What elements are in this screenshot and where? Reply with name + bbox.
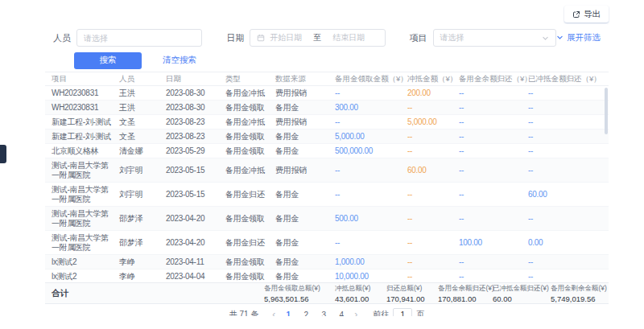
person-select-input[interactable] [76,29,202,47]
table-cell: -- [459,144,528,158]
table-header-row: 项目人员日期类型数据来源备用金领取金额（¥）冲抵金额（¥）备用金余额归还（¥）已… [45,72,609,86]
table-cell: 备用金领取 [225,144,275,158]
table-row[interactable]: lx测试2李峥2023-04-11备用金领取备用金1,000.00------ [45,255,609,269]
table-cell: 备用金 [275,269,335,282]
next-page-arrow-icon[interactable]: › [352,310,360,316]
table-cell: 邵梦泽 [119,212,166,225]
table-cell: 测试-南昌大学第一附属医院 [45,207,119,230]
goto-suffix: 页 [416,309,424,316]
clear-search-link[interactable]: 清空搜索 [163,55,196,66]
table-cell: WH20230831 [45,86,119,100]
table-cell: -- [407,236,459,249]
column-header: 备用金领取金额（¥） [335,74,407,84]
export-icon [572,10,580,19]
summary-group: 已冲抵金额归还(¥)60.00 [493,284,551,303]
table-row[interactable]: 新建工程-刘-测试文圣2023-08-23备用金冲抵费用报销--5,000.00… [45,115,609,130]
column-header: 冲抵金额（¥） [407,74,459,84]
page-number-button[interactable]: 4 [336,310,347,317]
chevron-down-icon [556,33,564,43]
drawer-handle[interactable] [0,145,6,163]
table-cell: 刘宇明 [119,187,166,201]
table-cell: 备用金归还 [225,187,275,201]
column-header: 备用金余额归还（¥） [459,74,528,84]
summary-group-value: 170,941.00 [386,294,438,303]
expand-filters-label: 展开筛选 [567,32,601,43]
table-cell: 新建工程-刘-测试 [45,130,119,143]
table-cell: 王洪 [119,86,166,100]
table-cell: lx测试2 [45,269,119,282]
table-row[interactable]: lx测试2李峥2023-04-04备用金领取备用金10,000.00------ [45,269,609,282]
table-row[interactable]: 测试-南昌大学第一附属医院刘宇明2023-05-15备用金冲抵费用报销--60.… [45,158,609,183]
export-button[interactable]: 导出 [564,6,609,23]
table-cell: 备用金 [275,187,335,201]
table-cell: 5,000.00 [407,115,459,129]
table-row[interactable]: 测试-南昌大学第一附属医院邵梦泽2023-04-20备用金领取备用金500.00… [45,207,609,231]
table-row[interactable]: 测试-南昌大学第一附属医院邵梦泽2023-04-20备用金归还备用金----10… [45,231,609,255]
table-cell: 200.00 [407,86,459,100]
page-number-button[interactable]: 2 [300,310,312,317]
table-cell: 2023-04-20 [166,212,225,225]
table-cell: 测试-南昌大学第一附属医院 [45,183,119,206]
table-cell: 备用金 [275,101,335,114]
table-cell: -- [335,163,407,177]
column-header: 日期 [166,74,225,84]
table-cell: 备用金领取 [225,130,275,143]
column-header: 人员 [119,74,166,84]
page-number-button[interactable]: 1 [283,310,294,317]
table-cell: 2023-08-23 [166,130,225,143]
summary-total-label: 合计 [45,288,68,299]
pagination-bar: 共 71 条 ‹ 1234 › 前往 页 [45,304,609,316]
table-cell: -- [528,212,596,225]
project-select[interactable]: 请选择 [433,29,556,47]
summary-group-value: 60.00 [493,294,551,303]
table-cell: -- [407,130,459,143]
table-cell: 2023-04-20 [166,236,225,249]
summary-row: 合计 备用金领取总额(¥)5,963,501.56冲抵总额(¥)43,601.0… [45,282,609,304]
summary-group-label: 归还总额(¥) [386,284,438,294]
vertical-scrollbar[interactable] [605,88,608,134]
prev-page-arrow-icon[interactable]: ‹ [270,310,278,316]
pagination-total: 共 71 条 [229,309,259,316]
titlebar: 备用金明细表 导出 [0,0,644,24]
column-header: 数据来源 [275,74,335,84]
table-cell: -- [528,130,596,143]
date-separator: 至 [313,32,321,43]
table-cell: -- [459,269,528,282]
table-cell: WH20230831 [45,101,119,114]
table-cell: 刘宇明 [119,163,166,177]
table-cell: 2023-04-04 [166,269,225,282]
table-cell: -- [407,269,459,282]
goto-page-input[interactable] [393,308,412,316]
table-cell: -- [407,101,459,114]
summary-group-label: 已冲抵金额归还(¥) [493,284,551,294]
table-cell: -- [407,212,459,225]
expand-filters-link[interactable]: 展开筛选 [556,32,601,43]
table-cell: lx测试2 [45,255,119,269]
page-background: 备用金明细表 导出 人员 日期 [0,0,644,329]
table-cell: -- [407,187,459,201]
table-cell: 备用金冲抵 [225,115,275,129]
column-header: 类型 [225,74,275,84]
summary-group: 备用金余额归还(¥)170,881.00 [438,284,493,303]
table-cell: 备用金领取 [225,269,275,282]
table-cell: 备用金 [275,144,335,158]
table-row[interactable]: 新建工程-刘-测试文圣2023-08-23备用金领取备用金5,000.00---… [45,130,609,144]
table-cell: 60.00 [407,163,459,177]
table-cell: 备用金领取 [225,255,275,269]
table-row[interactable]: 北京顺义格林清金娜2023-05-29备用金领取备用金500,000.00---… [45,144,609,158]
table-cell: 2023-05-29 [166,144,225,158]
table-cell: 备用金冲抵 [225,163,275,177]
date-range-picker[interactable]: 开始日期 至 结束日期 [250,29,385,47]
table-cell: -- [459,187,528,201]
table-row[interactable]: WH20230831王洪2023-08-30备用金领取备用金300.00----… [45,101,609,115]
calendar-icon [257,31,265,45]
table-cell: -- [335,236,407,249]
page-number-button[interactable]: 3 [318,310,329,317]
table-row[interactable]: WH20230831王洪2023-08-30备用金冲抵费用报销--200.00-… [45,86,609,101]
table-cell: -- [407,255,459,269]
chevron-down-icon [542,31,549,45]
search-button[interactable]: 搜索 [74,52,142,69]
table-cell: 10,000.00 [335,269,407,282]
table-cell: 测试-南昌大学第一附属医院 [45,231,119,254]
table-row[interactable]: 测试-南昌大学第一附属医院刘宇明2023-05-15备用金归还备用金------… [45,183,609,207]
